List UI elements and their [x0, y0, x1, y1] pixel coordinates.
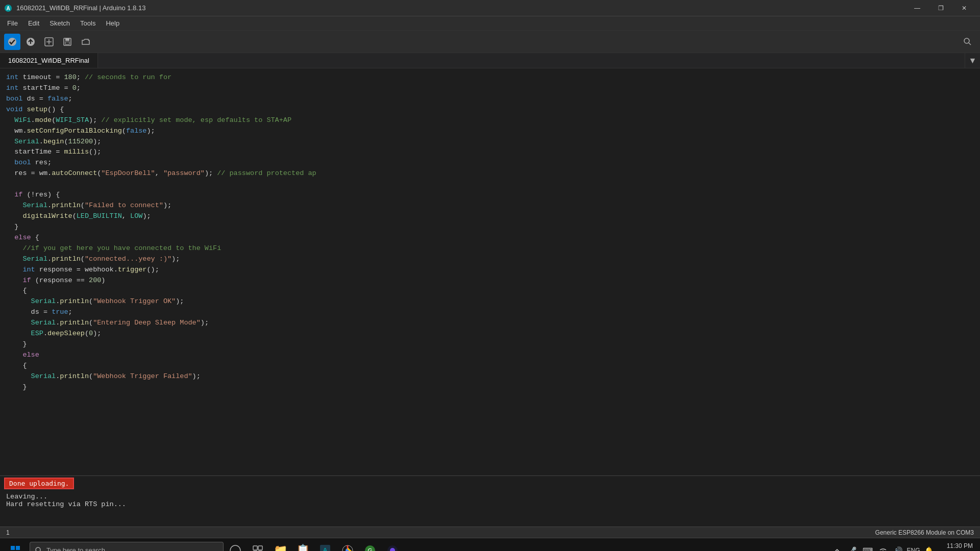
code-line: wm.setConfigPortalBlocking(false);	[6, 126, 974, 137]
search-bar[interactable]: Type here to search	[30, 542, 224, 552]
status-bar-top: Done uploading.	[0, 475, 980, 491]
code-line: bool ds = false;	[6, 94, 974, 105]
code-line: Serial.println("Webhook Trigger OK");	[6, 296, 974, 307]
search-input-placeholder: Type here to search	[46, 546, 105, 551]
maximize-button[interactable]: ❐	[929, 0, 952, 16]
svg-point-19	[230, 545, 240, 552]
code-line: else	[6, 350, 974, 361]
search-button[interactable]	[960, 34, 976, 50]
svg-point-17	[36, 547, 40, 552]
console-line-1: Leaving...	[6, 493, 974, 500]
code-line: ESP.deepSleep(0);	[6, 329, 974, 339]
notification-icon[interactable]: 🔔	[923, 545, 935, 552]
tab-dropdown[interactable]: ▼	[965, 53, 980, 68]
verify-button[interactable]	[4, 34, 20, 50]
svg-rect-10	[65, 42, 69, 44]
code-line: Serial.println("Failed to connect");	[6, 201, 974, 211]
volume-tray-icon[interactable]: 🔊	[893, 545, 904, 552]
menu-file[interactable]: File	[2, 17, 23, 29]
app4-icon[interactable]	[382, 540, 403, 552]
chrome-icon[interactable]	[337, 540, 358, 552]
done-uploading-badge: Done uploading.	[4, 478, 74, 489]
arduino-taskbar-icon[interactable]: A	[315, 540, 335, 552]
title-bar: A 16082021_WifiDB_RRFinal | Arduino 1.8.…	[0, 0, 980, 16]
code-line: int response = webhook.trigger();	[6, 265, 974, 276]
code-line: //if you get here you have connected to …	[6, 243, 974, 254]
code-line: int startTime = 0;	[6, 83, 974, 94]
svg-rect-21	[258, 546, 262, 550]
language-label: ENG	[907, 547, 920, 552]
microphone-tray-icon[interactable]: 🎤	[847, 545, 858, 552]
code-line: }	[6, 339, 974, 350]
menu-help[interactable]: Help	[101, 17, 125, 29]
code-line: WiFi.mode(WIFI_STA); // explicitly set m…	[6, 115, 974, 126]
tab-bar: 16082021_WifiDB_RRFinal ▼	[0, 53, 980, 68]
taskbar: Type here to search 📁 📋 A G	[0, 538, 980, 551]
code-line: }	[6, 382, 974, 393]
open-button[interactable]	[78, 34, 94, 50]
code-line: else {	[6, 233, 974, 243]
status-board: Generic ESP8266 Module on COM3	[875, 529, 974, 536]
app3-icon[interactable]: G	[360, 540, 380, 552]
code-line	[6, 179, 974, 190]
svg-point-11	[964, 38, 969, 43]
svg-line-12	[969, 43, 971, 45]
app-icon: A	[4, 4, 12, 12]
minimize-button[interactable]: —	[905, 0, 929, 16]
code-line: if (!res) {	[6, 190, 974, 201]
svg-text:A: A	[6, 6, 10, 11]
window-title: 16082021_WifiDB_RRFinal | Arduino 1.8.13	[16, 4, 145, 12]
svg-text:A: A	[323, 546, 328, 552]
task-view-button[interactable]	[248, 540, 268, 552]
status-line: 1	[6, 529, 10, 536]
cortana-button[interactable]	[225, 540, 246, 552]
language-tray[interactable]: ENG	[908, 545, 919, 552]
code-line: Serial.println("Entering Deep Sleep Mode…	[6, 318, 974, 329]
code-line: startTime = millis();	[6, 147, 974, 158]
svg-rect-9	[65, 38, 69, 41]
close-button[interactable]: ✕	[952, 0, 976, 16]
code-line: digitalWrite(LED_BUILTIN, LOW);	[6, 211, 974, 222]
app-clipboard-icon[interactable]: 📋	[292, 540, 313, 552]
tab-main[interactable]: 16082021_WifiDB_RRFinal	[0, 53, 98, 68]
search-icon	[35, 547, 42, 552]
code-editor[interactable]: int timeout = 180; // seconds to run for…	[0, 68, 980, 475]
code-line: {	[6, 286, 974, 296]
code-line: {	[6, 361, 974, 371]
svg-text:G: G	[368, 547, 372, 552]
menu-sketch[interactable]: Sketch	[44, 17, 75, 29]
status-bottom: 1 Generic ESP8266 Module on COM3	[0, 527, 980, 538]
keyboard-tray-icon[interactable]: ⌨	[862, 545, 873, 552]
code-line: int timeout = 180; // seconds to run for	[6, 72, 974, 83]
start-button[interactable]	[4, 539, 27, 552]
menu-edit[interactable]: Edit	[23, 17, 44, 29]
tab-label: 16082021_WifiDB_RRFinal	[8, 57, 89, 64]
upload-button[interactable]	[22, 34, 39, 50]
clock[interactable]: 11:30 PM 16-08-2021	[939, 541, 976, 551]
show-hidden-icons[interactable]	[831, 545, 843, 552]
code-line: Serial.println("connected...yeey :)");	[6, 254, 974, 265]
svg-rect-20	[253, 546, 257, 550]
code-line: res = wm.autoConnect("EspDoorBell", "pas…	[6, 168, 974, 179]
code-line: if (response == 200)	[6, 276, 974, 286]
code-line: Serial.println("Webhook Trigger Failed")…	[6, 371, 974, 382]
menu-tools[interactable]: Tools	[75, 17, 101, 29]
console-line-2: Hard resetting via RTS pin...	[6, 500, 974, 508]
title-bar-controls[interactable]: — ❐ ✕	[905, 0, 976, 16]
system-tray: 🎤 ⌨ 🔊 ENG 🔔 11:30 PM 16-08-2021	[831, 541, 976, 551]
save-button[interactable]	[59, 34, 76, 50]
wifi-tray-icon[interactable]	[877, 545, 889, 552]
svg-rect-14	[16, 546, 20, 550]
menu-bar: File Edit Sketch Tools Help	[0, 16, 980, 31]
code-line: Serial.begin(115200);	[6, 137, 974, 147]
code-line: ds = true;	[6, 307, 974, 318]
toolbar	[0, 31, 980, 53]
code-line: }	[6, 222, 974, 233]
clock-time: 11:30 PM	[942, 542, 973, 550]
svg-rect-13	[11, 546, 15, 550]
code-line: bool res;	[6, 158, 974, 168]
debug-button[interactable]	[41, 34, 57, 50]
title-bar-left: A 16082021_WifiDB_RRFinal | Arduino 1.8.…	[4, 4, 145, 12]
file-explorer-icon[interactable]: 📁	[270, 540, 290, 552]
console-output: Leaving... Hard resetting via RTS pin...	[0, 491, 980, 527]
